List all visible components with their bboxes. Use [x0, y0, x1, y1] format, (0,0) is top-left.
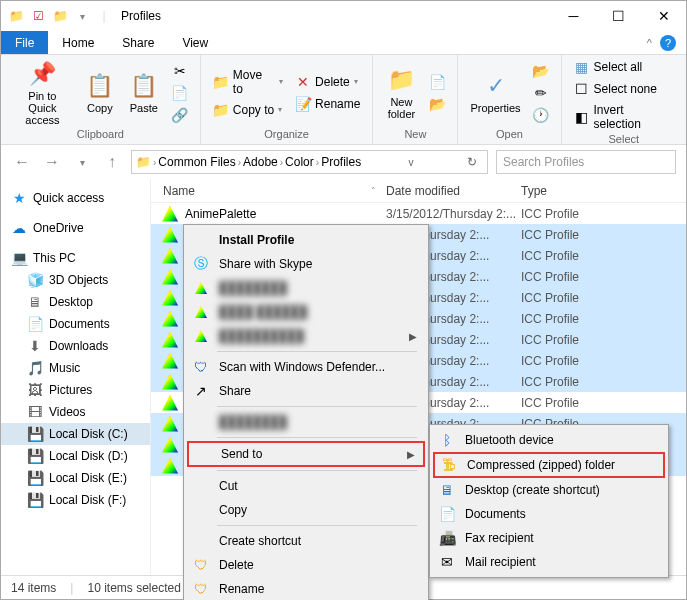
folder-icon: 📁 — [136, 155, 151, 169]
ctx-copy[interactable]: Copy — [187, 498, 425, 522]
sidebar-item[interactable]: 💻This PC — [1, 247, 150, 269]
breadcrumb-seg[interactable]: Adobe› — [243, 155, 283, 169]
ctx-delete[interactable]: 🛡Delete — [187, 553, 425, 577]
file-row[interactable]: AnimePalette3/15/2012/Thursday 2:...ICC … — [151, 203, 686, 224]
ctx-blurred[interactable]: ██████████▶ — [187, 324, 425, 348]
breadcrumb-seg[interactable]: Common Files› — [158, 155, 241, 169]
paste-shortcut-icon[interactable]: 🔗 — [170, 105, 190, 125]
sendto-mail[interactable]: ✉Mail recipient — [433, 550, 665, 574]
icc-icon — [161, 436, 179, 454]
ctx-share-skype[interactable]: ⓈShare with Skype — [187, 252, 425, 276]
qat-checkbox-icon[interactable]: ☑ — [29, 7, 47, 25]
sidebar-item[interactable]: 💾Local Disk (D:) — [1, 445, 150, 467]
ctx-windows-defender[interactable]: 🛡Scan with Windows Defender... — [187, 355, 425, 379]
invert-selection-button[interactable]: ◧Invert selection — [572, 101, 676, 133]
ctx-create-shortcut[interactable]: Create shortcut — [187, 529, 425, 553]
ribbon-expand-icon[interactable]: ^ — [647, 37, 652, 49]
forward-button[interactable]: → — [41, 151, 63, 173]
search-input[interactable]: Search Profiles — [496, 150, 676, 174]
breadcrumb-dropdown[interactable]: v — [403, 157, 420, 168]
qat-dropdown[interactable]: ▾ — [73, 7, 91, 25]
sendto-compressed-folder[interactable]: 🗜Compressed (zipped) folder — [433, 452, 665, 478]
maximize-button[interactable]: ☐ — [596, 2, 641, 30]
sidebar-item[interactable]: 🖼Pictures — [1, 379, 150, 401]
properties-button[interactable]: ✓Properties — [464, 70, 526, 116]
sidebar-item[interactable]: ⬇Downloads — [1, 335, 150, 357]
sidebar-icon: 💾 — [27, 492, 43, 508]
breadcrumb-seg[interactable]: Color› — [285, 155, 319, 169]
sidebar-item[interactable]: 💾Local Disk (C:) — [1, 423, 150, 445]
copy-icon: 📋 — [86, 72, 114, 100]
easy-access-icon[interactable]: 📂 — [427, 94, 447, 114]
ctx-blurred[interactable]: ████████ — [187, 276, 425, 300]
move-to-button[interactable]: 📁Move to▾ — [211, 66, 285, 98]
new-item-icon[interactable]: 📄 — [427, 72, 447, 92]
col-date[interactable]: Date modified — [386, 184, 521, 198]
tab-view[interactable]: View — [168, 31, 222, 54]
sidebar-item[interactable]: ★Quick access — [1, 187, 150, 209]
sendto-documents[interactable]: 📄Documents — [433, 502, 665, 526]
group-label: Select — [568, 133, 680, 147]
sendto-desktop[interactable]: 🖥Desktop (create shortcut) — [433, 478, 665, 502]
refresh-icon[interactable]: ↻ — [461, 155, 483, 169]
sidebar-label: Downloads — [49, 339, 108, 353]
up-button[interactable]: ↑ — [101, 151, 123, 173]
pin-icon: 📌 — [28, 60, 56, 88]
breadcrumb[interactable]: 📁 › Common Files› Adobe› Color› Profiles… — [131, 150, 488, 174]
zip-icon: 🗜 — [439, 455, 459, 475]
share-icon: ↗ — [191, 381, 211, 401]
ctx-cut[interactable]: Cut — [187, 474, 425, 498]
sidebar-item[interactable]: 📄Documents — [1, 313, 150, 335]
ctx-send-to[interactable]: Send to▶ — [187, 441, 425, 467]
new-folder-button[interactable]: 📁New folder — [379, 64, 423, 122]
back-button[interactable]: ← — [11, 151, 33, 173]
delete-button[interactable]: ✕Delete▾ — [293, 72, 362, 92]
breadcrumb-seg[interactable]: Profiles — [321, 155, 361, 169]
history-icon[interactable]: 🕐 — [531, 105, 551, 125]
tab-file[interactable]: File — [1, 31, 48, 54]
col-type[interactable]: Type — [521, 184, 686, 198]
copy-to-button[interactable]: 📁Copy to▾ — [211, 100, 285, 120]
minimize-button[interactable]: ─ — [551, 2, 596, 30]
open-icon[interactable]: 📂 — [531, 61, 551, 81]
ctx-blurred[interactable]: ████████ — [187, 410, 425, 434]
sidebar-item[interactable]: 🎵Music — [1, 357, 150, 379]
sendto-bluetooth[interactable]: ᛒBluetooth device — [433, 428, 665, 452]
group-label: Open — [464, 128, 554, 142]
documents-icon: 📄 — [437, 504, 457, 524]
tab-home[interactable]: Home — [48, 31, 108, 54]
paste-button[interactable]: 📋Paste — [122, 70, 166, 116]
select-all-button[interactable]: ▦Select all — [572, 57, 676, 77]
ctx-blurred[interactable]: ████ ██████ — [187, 300, 425, 324]
title-bar: 📁 ☑ 📁 ▾ | Profiles ─ ☐ ✕ — [1, 1, 686, 31]
sidebar-item[interactable]: ☁OneDrive — [1, 217, 150, 239]
edit-icon[interactable]: ✏ — [531, 83, 551, 103]
select-none-button[interactable]: ☐Select none — [572, 79, 676, 99]
tab-share[interactable]: Share — [108, 31, 168, 54]
ctx-share[interactable]: ↗Share — [187, 379, 425, 403]
sidebar-icon: 💾 — [27, 448, 43, 464]
col-name[interactable]: Name˄ — [151, 184, 386, 198]
ctx-rename[interactable]: 🛡Rename — [187, 577, 425, 600]
status-selected-count: 10 items selected — [87, 581, 180, 595]
file-type: ICC Profile — [521, 270, 579, 284]
cut-icon[interactable]: ✂ — [170, 61, 190, 81]
sidebar-item[interactable]: 🧊3D Objects — [1, 269, 150, 291]
icc-icon — [161, 373, 179, 391]
sidebar-item[interactable]: 🖥Desktop — [1, 291, 150, 313]
help-icon[interactable]: ? — [660, 35, 676, 51]
file-type: ICC Profile — [521, 396, 579, 410]
sidebar-item[interactable]: 💾Local Disk (E:) — [1, 467, 150, 489]
recent-dropdown[interactable]: ▾ — [71, 151, 93, 173]
sendto-fax[interactable]: 📠Fax recipient — [433, 526, 665, 550]
sidebar-item[interactable]: 🎞Videos — [1, 401, 150, 423]
copy-button[interactable]: 📋Copy — [78, 70, 122, 116]
close-button[interactable]: ✕ — [641, 2, 686, 30]
copy-path-icon[interactable]: 📄 — [170, 83, 190, 103]
sidebar-label: This PC — [33, 251, 76, 265]
ctx-install-profile[interactable]: Install Profile — [187, 228, 425, 252]
qat-folder-icon[interactable]: 📁 — [51, 7, 69, 25]
pin-quick-access-button[interactable]: 📌Pin to Quick access — [7, 58, 78, 128]
rename-button[interactable]: 📝Rename — [293, 94, 362, 114]
sidebar-item[interactable]: 💾Local Disk (F:) — [1, 489, 150, 511]
